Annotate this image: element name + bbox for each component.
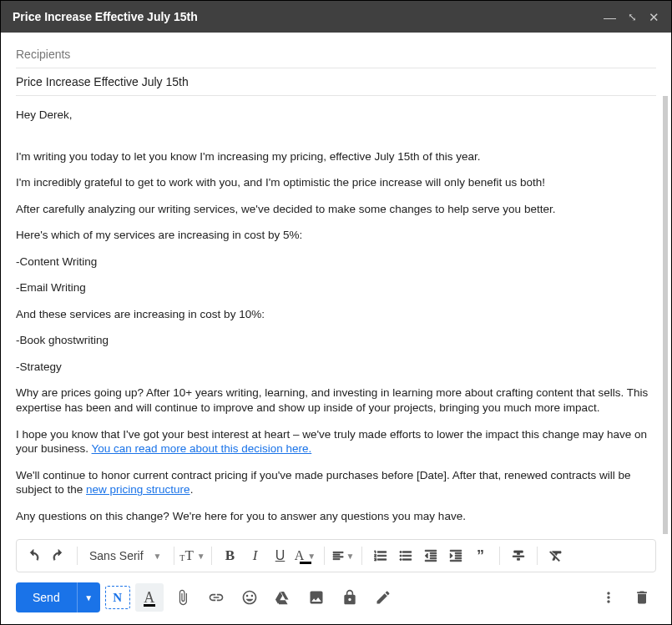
toolbar-separator (77, 547, 78, 565)
font-family-label: Sans Serif (89, 549, 144, 562)
body-paragraph: I hope you know that I've got your best … (16, 427, 654, 456)
quote-icon[interactable]: ” (469, 544, 493, 567)
insert-image-icon[interactable] (302, 583, 331, 612)
minimize-icon[interactable]: — (604, 11, 616, 23)
body-greeting: Hey Derek, (16, 108, 654, 123)
toolbar-separator (537, 547, 538, 565)
indent-less-icon[interactable] (419, 544, 442, 567)
body-paragraph: And these services are increasing in cos… (16, 307, 654, 322)
color-swatch (144, 604, 155, 607)
text-color-button[interactable]: A ▼ (294, 544, 317, 567)
italic-button[interactable]: I (244, 544, 267, 567)
bulleted-list-icon[interactable] (394, 544, 417, 567)
body-paragraph: After carefully analyzing our writing se… (16, 202, 654, 217)
compose-header: Recipients Price Increase Effective July… (1, 33, 671, 96)
body-text: . (190, 483, 194, 496)
confidential-mode-icon[interactable] (336, 583, 364, 612)
insert-signature-icon[interactable] (369, 583, 397, 612)
chevron-down-icon: ▼ (197, 552, 205, 561)
send-button[interactable]: Send (16, 582, 77, 612)
body-list-item: -Strategy (16, 360, 654, 375)
toolbar-separator (211, 547, 212, 565)
numbered-list-icon[interactable] (369, 544, 392, 567)
redo-icon[interactable] (47, 544, 70, 567)
chevron-down-icon: ▼ (154, 552, 162, 561)
body-paragraph: Why are prices going up? After 10+ years… (16, 386, 654, 415)
bold-button[interactable]: B (219, 544, 242, 567)
strikethrough-icon[interactable] (507, 544, 530, 567)
toolbar-separator (361, 547, 362, 565)
compose-body[interactable]: Hey Derek, I'm writing you today to let … (16, 96, 668, 534)
body-list-item: -Email Writing (16, 280, 654, 295)
discard-draft-icon[interactable] (628, 583, 656, 612)
body-paragraph: Here's which of my services are increasi… (16, 228, 654, 243)
underline-label: U (275, 548, 285, 563)
format-toggle-button[interactable]: A (135, 583, 164, 612)
body-paragraph: Any questions on this change? We're here… (16, 509, 654, 524)
compose-bottombar: Send ▼ N A (1, 579, 671, 624)
recipients-field[interactable]: Recipients (16, 41, 656, 68)
pricing-structure-link[interactable]: new pricing structure (86, 483, 190, 496)
font-size-icon[interactable]: TT▼ (181, 544, 205, 567)
body-paragraph: I'm writing you today to let you know I'… (16, 149, 654, 164)
color-swatch (300, 562, 311, 564)
body-paragraph: I'm incredibly grateful to get to work w… (16, 175, 654, 190)
body-list-item: -Book ghostwriting (16, 333, 654, 348)
decision-link[interactable]: You can read more about this decision he… (92, 442, 312, 455)
underline-button[interactable]: U (269, 544, 292, 567)
expand-icon[interactable]: ⤡ (628, 12, 637, 23)
signature-toggle-icon[interactable]: N (105, 586, 130, 609)
body-paragraph: We'll continue to honor current contract… (16, 468, 654, 497)
attach-file-icon[interactable] (169, 583, 197, 612)
clear-format-icon[interactable] (544, 544, 568, 567)
chevron-down-icon: ▼ (307, 552, 316, 561)
compose-body-wrap: Hey Derek, I'm writing you today to let … (1, 96, 671, 534)
compose-window: Price Increase Effective July 15th — ⤡ ✕… (0, 0, 672, 625)
window-title: Price Increase Effective July 15th (13, 10, 198, 23)
undo-icon[interactable] (22, 544, 45, 567)
toolbar-separator (499, 547, 500, 565)
subject-field[interactable]: Price Increase Effective July 15th (16, 68, 656, 96)
indent-more-icon[interactable] (444, 544, 467, 567)
send-more-button[interactable]: ▼ (77, 582, 100, 612)
toolbar-separator (324, 547, 325, 565)
chevron-down-icon: ▼ (346, 552, 355, 561)
window-titlebar: Price Increase Effective July 15th — ⤡ ✕ (1, 1, 671, 33)
send-group: Send ▼ (16, 582, 100, 612)
more-options-icon[interactable] (594, 583, 623, 612)
insert-drive-icon[interactable] (269, 583, 297, 612)
insert-emoji-icon[interactable] (235, 583, 264, 612)
font-family-select[interactable]: Sans Serif ▼ (84, 549, 167, 562)
align-button[interactable]: ▼ (331, 544, 355, 567)
close-icon[interactable]: ✕ (649, 11, 659, 23)
toolbar-separator (174, 547, 174, 565)
body-list-item: -Content Writing (16, 255, 654, 270)
window-controls: — ⤡ ✕ (604, 11, 659, 23)
insert-link-icon[interactable] (202, 583, 230, 612)
format-toolbar: Sans Serif ▼ TT▼ B I U A ▼ ▼ (16, 539, 656, 572)
